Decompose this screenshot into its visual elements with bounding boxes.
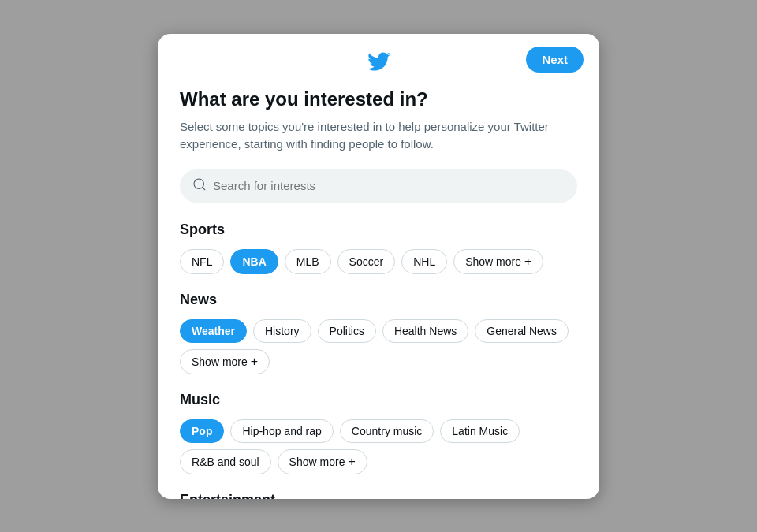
tag-mlb[interactable]: MLB [285,249,331,274]
modal: Next What are you interested in? Select … [158,34,599,499]
music-tags-row1: Pop Hip-hop and rap Country music Latin … [180,419,577,443]
news-show-more[interactable]: Show more + [180,349,270,374]
music-tags-row2: R&B and soul Show more + [180,449,577,474]
sports-show-more[interactable]: Show more + [453,249,543,274]
music-show-more[interactable]: Show more + [278,449,367,474]
search-bar [180,169,577,203]
tag-latin[interactable]: Latin Music [440,419,520,443]
news-tags-row2: Show more + [180,349,577,374]
page-subtitle: Select some topics you're interested in … [180,118,577,154]
page-title: What are you interested in? [180,88,577,110]
search-input[interactable] [213,179,565,192]
next-button[interactable]: Next [526,47,584,73]
tag-hiphop[interactable]: Hip-hop and rap [230,419,333,443]
entertainment-title: Entertainment [180,492,577,499]
plus-icon: + [251,355,258,369]
tag-history[interactable]: History [253,319,311,343]
plus-icon: + [524,255,531,269]
tag-nba[interactable]: NBA [230,249,278,274]
entertainment-section: Entertainment Entertainment News Digital… [180,492,577,499]
tag-politics[interactable]: Politics [318,319,376,343]
tag-weather[interactable]: Weather [180,319,247,343]
scrollable-area[interactable]: What are you interested in? Select some … [158,88,599,499]
news-title: News [180,292,577,308]
news-section: News Weather History Politics Health New… [180,292,577,374]
music-section: Music Pop Hip-hop and rap Country music … [180,392,577,474]
tag-health-news[interactable]: Health News [382,319,468,343]
music-title: Music [180,392,577,408]
news-tags-row1: Weather History Politics Health News Gen… [180,319,577,343]
tag-pop[interactable]: Pop [180,419,224,443]
plus-icon: + [348,455,355,469]
tag-nhl[interactable]: NHL [401,249,447,274]
tag-rnb[interactable]: R&B and soul [180,449,271,474]
sports-tags: NFL NBA MLB Soccer NHL Show more + [180,249,577,274]
sports-section: Sports NFL NBA MLB Soccer NHL Show more … [180,221,577,274]
tag-soccer[interactable]: Soccer [337,249,396,274]
tag-country[interactable]: Country music [340,419,434,443]
search-icon [192,177,207,195]
tag-general-news[interactable]: General News [475,319,569,343]
modal-header: Next [158,34,599,88]
tag-nfl[interactable]: NFL [180,249,224,274]
twitter-logo [367,50,390,79]
sports-title: Sports [180,221,577,238]
